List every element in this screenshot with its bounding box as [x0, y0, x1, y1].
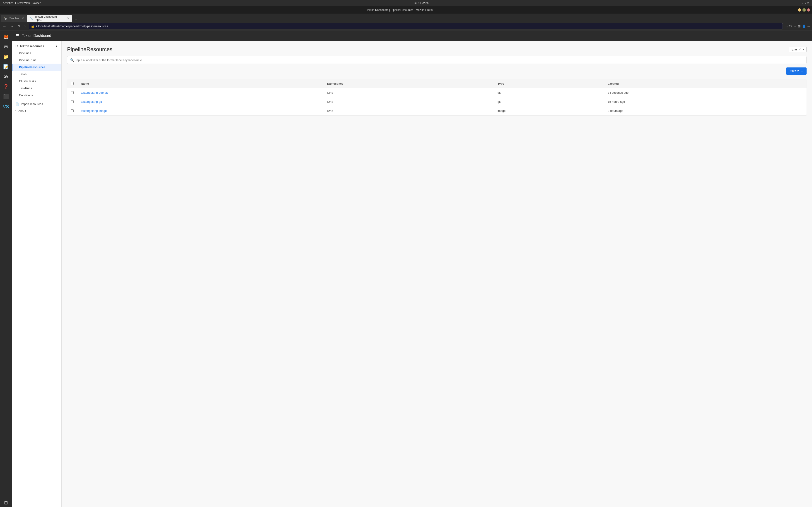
address-bar[interactable]: 🔒 ℹ localhost:9097/#/namespaces/lizhe/pi…: [29, 23, 783, 30]
col-header-namespace: Namespace: [323, 79, 494, 88]
extensions-icon[interactable]: ⋯: [784, 24, 788, 28]
full-layout: Activities Firefox Web Browser Jul 31 22…: [0, 0, 812, 507]
row2-created-cell: 15 hours ago: [604, 97, 807, 106]
address-bar-tools: ⋯ 🛡 ☆ ⊞ 👤 ☰: [784, 24, 810, 28]
tab-tekton[interactable]: 🔧 Tekton Dashboard | Pipe... ✕: [27, 15, 72, 22]
dock-help-icon[interactable]: ❓: [2, 82, 10, 91]
dock-text-icon[interactable]: 📝: [2, 62, 10, 71]
dock-firefox-icon[interactable]: 🦊: [2, 33, 10, 41]
table-header: Name Namespace Type Created: [67, 79, 807, 88]
address-url[interactable]: localhost:9097/#/namespaces/lizhe/pipeli…: [38, 24, 108, 28]
dock-vscode-icon[interactable]: VS: [2, 102, 10, 111]
hamburger-menu[interactable]: ☰: [15, 33, 19, 38]
pipeline-resources-table: Name Namespace Type Created: [67, 79, 807, 115]
table-row: tektongolang-image lizhe image 3 hours a…: [67, 106, 807, 115]
app-dock: 🦊 ✉ 📁 📝 🛍 ❓ ⬛ VS ⊞: [0, 31, 12, 507]
system-tray: ⠿ ♪ ⏻: [802, 2, 809, 5]
select-all-checkbox[interactable]: [71, 82, 73, 85]
create-plus-icon: +: [801, 69, 803, 73]
tab-rancher-icon: 🐄: [4, 17, 7, 20]
tekton-brand: Tekton Dashboard: [22, 34, 51, 38]
tab-add-button[interactable]: +: [73, 17, 79, 22]
namespace-value: lizhe: [791, 48, 797, 51]
security-icon: 🔒: [31, 24, 35, 28]
tab-tekton-label: Tekton Dashboard | Pipe...: [35, 15, 64, 21]
content-area: 🦊 ✉ 📁 📝 🛍 ❓ ⬛ VS ⊞ ☰ Tekton Dashboard: [0, 31, 812, 507]
row2-checkbox[interactable]: [71, 100, 73, 103]
dock-terminal-icon[interactable]: ⬛: [2, 92, 10, 101]
table-body: tektongolang-dep-git lizhe git 34 second…: [67, 88, 807, 115]
table-row: tektongolang-git lizhe git 15 hours ago: [67, 97, 807, 106]
row3-name-link[interactable]: tektongolang-image: [81, 109, 107, 112]
maximize-button[interactable]: □: [803, 8, 806, 11]
tekton-resources-icon: ⬡: [15, 44, 18, 48]
forward-button[interactable]: →: [9, 23, 14, 29]
tekton-main: PipelineResources lizhe ✕ ▾ 🔍: [62, 41, 812, 507]
sidebar-item-conditions[interactable]: Conditions: [12, 92, 61, 99]
dock-email-icon[interactable]: ✉: [2, 43, 10, 51]
sidebar-item-pipelineresources[interactable]: PipelineResources: [12, 64, 61, 71]
tekton-topbar: ☰ Tekton Dashboard: [12, 31, 812, 41]
activities-label[interactable]: Activities: [3, 2, 13, 5]
row3-checkbox[interactable]: [71, 109, 73, 112]
create-button[interactable]: Create +: [786, 67, 807, 75]
sidebar-item-pipelines[interactable]: Pipelines: [12, 50, 61, 57]
chevron-icon[interactable]: ▲: [55, 44, 58, 48]
search-input[interactable]: [76, 58, 804, 62]
sidebar-item-pipelineruns-label: PipelineRuns: [19, 58, 37, 62]
browser-title: Tekton Dashboard | PipelineResources - M…: [2, 8, 798, 11]
tab-tekton-icon: 🔧: [30, 17, 33, 20]
browser-page-area: ☰ Tekton Dashboard ⬡ Tekton resources ▲ …: [12, 31, 812, 507]
dock-grid-icon[interactable]: ⊞: [2, 498, 10, 507]
row1-name-cell: tektongolang-dep-git: [77, 88, 323, 97]
table-header-row: Name Namespace Type Created: [67, 79, 807, 88]
shield-icon[interactable]: 🛡: [789, 24, 792, 28]
namespace-selector[interactable]: lizhe ✕ ▾: [789, 47, 807, 52]
home-button[interactable]: ⌂: [23, 23, 27, 29]
row2-namespace-cell: lizhe: [323, 97, 494, 106]
about-label: About: [18, 109, 26, 113]
sidebar-item-taskruns-label: TaskRuns: [19, 87, 32, 90]
menu-icon[interactable]: ☰: [807, 24, 810, 28]
import-resources-label: Import resources: [21, 102, 43, 106]
dock-files-icon[interactable]: 📁: [2, 53, 10, 61]
tab-rancher-label: Rancher: [9, 17, 19, 20]
row1-type-cell: git: [494, 88, 604, 97]
tab-tekton-close[interactable]: ✕: [67, 17, 69, 20]
create-area: Create +: [67, 67, 807, 76]
window-controls-right: − □ ✕: [798, 8, 810, 11]
profile-icon[interactable]: 👤: [802, 24, 806, 28]
dock-store-icon[interactable]: 🛍: [2, 72, 10, 81]
row3-checkbox-cell: [67, 106, 77, 115]
os-topbar-right: ⠿ ♪ ⏻: [802, 2, 809, 5]
back-button[interactable]: ←: [2, 23, 7, 29]
address-icon: ℹ: [36, 24, 37, 28]
sidebar-item-clustertasks[interactable]: ClusterTasks: [12, 78, 61, 84]
sidebar-import-resources[interactable]: 📄 Import resources: [12, 101, 61, 108]
bookmark-icon[interactable]: ☆: [794, 24, 797, 28]
sidebar-item-conditions-label: Conditions: [19, 94, 33, 97]
row2-name-link[interactable]: tektongolang-git: [81, 100, 102, 103]
tab-rancher-close[interactable]: ✕: [22, 17, 24, 20]
row3-name-cell: tektongolang-image: [77, 106, 323, 115]
col-header-checkbox: [67, 79, 77, 88]
about-icon: ℹ: [15, 109, 16, 113]
row1-checkbox[interactable]: [71, 91, 73, 94]
row2-type-cell: git: [494, 97, 604, 106]
sidebar-about[interactable]: ℹ About: [12, 108, 61, 115]
namespace-dropdown-arrow[interactable]: ▾: [803, 48, 805, 51]
sidebar-item-tasks[interactable]: Tasks: [12, 71, 61, 78]
minimize-button[interactable]: −: [798, 8, 801, 11]
tab-rancher[interactable]: 🐄 Rancher ✕: [1, 15, 27, 22]
close-button[interactable]: ✕: [807, 8, 810, 11]
sidebar-item-taskruns[interactable]: TaskRuns: [12, 84, 61, 92]
browser-app-label[interactable]: Firefox Web Browser: [15, 2, 41, 5]
row1-name-link[interactable]: tektongolang-dep-git: [81, 91, 108, 94]
container-icon[interactable]: ⊞: [798, 24, 801, 28]
namespace-clear-button[interactable]: ✕: [799, 48, 801, 51]
col-header-name: Name: [77, 79, 323, 88]
row1-namespace-cell: lizhe: [323, 88, 494, 97]
sidebar-item-pipelines-label: Pipelines: [19, 51, 31, 55]
reload-button[interactable]: ↻: [16, 23, 21, 29]
sidebar-item-pipelineruns[interactable]: PipelineRuns: [12, 57, 61, 64]
